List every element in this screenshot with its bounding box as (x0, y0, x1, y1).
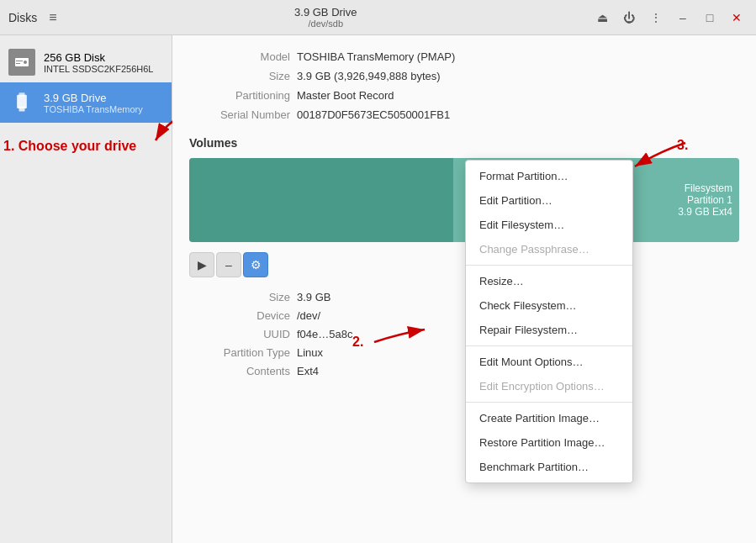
filesystem-label: Filesystem (685, 182, 732, 194)
ctx-edit-partition[interactable]: Edit Partition… (466, 188, 632, 213)
content-area: Model TOSHIBA TransMemory (PMAP) Size 3.… (172, 35, 756, 543)
vol-size-label: Size (189, 289, 290, 305)
ctx-edit-encryption: Edit Encryption Options… (466, 374, 632, 398)
partitioning-label: Partitioning (189, 87, 290, 103)
disk2-name: 3.9 GB Drive (44, 92, 143, 104)
context-menu: Format Partition… Edit Partition… Edit F… (465, 160, 633, 483)
window-title: 3.9 GB Drive (294, 6, 357, 18)
ctx-create-image[interactable]: Create Partition Image… (466, 406, 632, 430)
play-button[interactable]: ▶ (189, 252, 214, 277)
ctx-edit-filesystem[interactable]: Edit Filesystem… (466, 213, 632, 237)
hdd-svg (13, 54, 30, 71)
partition-name-label: Partition 1 (687, 194, 732, 206)
ctx-repair-filesystem[interactable]: Repair Filesystem… (466, 318, 632, 342)
ctx-sep3 (466, 402, 632, 403)
ctx-resize[interactable]: Resize… (466, 269, 632, 293)
partitioning-value: Master Boot Record (297, 87, 739, 103)
main-layout: 256 GB Disk INTEL SSDSC2KF256H6L 3.9 GB … (0, 35, 756, 543)
serial-value: 00187D0F5673EC5050001FB1 (297, 107, 739, 123)
titlebar: Disks ≡ 3.9 GB Drive /dev/sdb ⏏ ⏻ ⋮ – □ … (0, 0, 756, 35)
window-subtitle: /dev/sdb (308, 18, 343, 29)
vol-info-grid: Size 3.9 GB Device /dev/ UUID f04e…5a8c … (189, 289, 739, 379)
svg-point-1 (24, 61, 27, 64)
ctx-change-passphrase: Change Passphrase… (466, 237, 632, 261)
disk1-sub: INTEL SSDSC2KF256H6L (44, 64, 153, 74)
usb-svg (10, 91, 34, 114)
size-label: Size (189, 68, 290, 84)
serial-label: Serial Number (189, 107, 290, 123)
power-button[interactable]: ⏻ (618, 7, 640, 29)
sidebar: 256 GB Disk INTEL SSDSC2KF256H6L 3.9 GB … (0, 35, 172, 543)
hdd-icon (8, 49, 35, 76)
maximize-button[interactable]: □ (699, 7, 721, 29)
partition-bar: Filesystem Partition 1 3.9 GB Ext4 (189, 158, 739, 242)
disk1-info: 256 GB Disk INTEL SSDSC2KF256H6L (44, 51, 153, 74)
close-button[interactable]: ✕ (726, 7, 748, 29)
disk2-sub: TOSHIBA TransMemory (44, 104, 143, 114)
window: Disks ≡ 3.9 GB Drive /dev/sdb ⏏ ⏻ ⋮ – □ … (0, 0, 756, 543)
size-value: 3.9 GB (3,926,949,888 bytes) (297, 68, 739, 84)
menu-button[interactable]: ⋮ (645, 7, 667, 29)
vol-device-label: Device (189, 308, 290, 324)
svg-rect-6 (19, 107, 25, 112)
volume-controls: ▶ – ⚙ (189, 252, 739, 277)
vol-contents-label: Contents (189, 363, 290, 379)
eject-button[interactable]: ⏏ (591, 7, 613, 29)
ctx-benchmark[interactable]: Benchmark Partition… (466, 455, 632, 479)
usb-icon (8, 89, 35, 116)
gear-button[interactable]: ⚙ (243, 252, 268, 277)
minus-button[interactable]: – (216, 252, 241, 277)
disk2-info: 3.9 GB Drive TOSHIBA TransMemory (44, 92, 143, 114)
ctx-edit-mount[interactable]: Edit Mount Options… (466, 350, 632, 374)
titlebar-center: 3.9 GB Drive /dev/sdb (294, 6, 357, 29)
volumes-heading: Volumes (189, 136, 739, 150)
sidebar-item-disk2[interactable]: 3.9 GB Drive TOSHIBA TransMemory (0, 82, 172, 123)
ctx-restore-image[interactable]: Restore Partition Image… (466, 430, 632, 455)
model-label: Model (189, 49, 290, 65)
ctx-format[interactable]: Format Partition… (466, 164, 632, 188)
ctx-sep2 (466, 345, 632, 346)
titlebar-buttons: ⏏ ⏻ ⋮ – □ ✕ (591, 7, 748, 29)
ctx-check-filesystem[interactable]: Check Filesystem… (466, 293, 632, 318)
hamburger-button[interactable]: ≡ (45, 7, 60, 29)
partition-segment-1 (189, 158, 453, 242)
ctx-sep1 (466, 265, 632, 266)
model-value: TOSHIBA TransMemory (PMAP) (297, 49, 739, 65)
sidebar-item-disk1[interactable]: 256 GB Disk INTEL SSDSC2KF256H6L (0, 42, 172, 82)
partition-size-label: 3.9 GB Ext4 (678, 206, 732, 218)
svg-rect-3 (16, 63, 20, 64)
svg-rect-4 (17, 95, 27, 108)
disk-info-grid: Model TOSHIBA TransMemory (PMAP) Size 3.… (189, 49, 739, 123)
app-title: Disks (8, 11, 37, 24)
app-title-area: Disks ≡ (8, 7, 61, 29)
disk1-name: 256 GB Disk (44, 51, 153, 64)
vol-parttype-label: Partition Type (189, 345, 290, 361)
svg-rect-5 (19, 92, 25, 97)
vol-uuid-label: UUID (189, 326, 290, 342)
svg-rect-2 (16, 61, 23, 61)
minimize-button[interactable]: – (672, 7, 694, 29)
